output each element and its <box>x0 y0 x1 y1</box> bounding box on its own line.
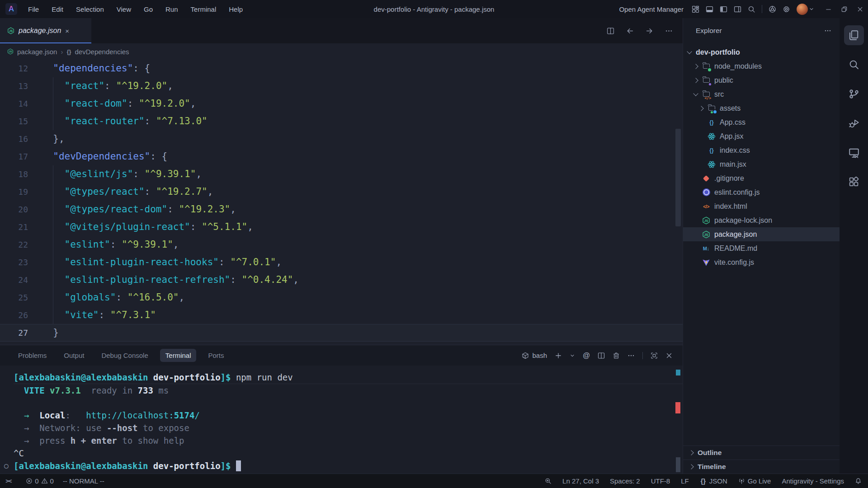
terminal[interactable]: [alexbabaskin@alexbabaskin dev-portfolio… <box>0 366 683 474</box>
menu-file[interactable]: File <box>24 4 43 15</box>
panel-left-icon[interactable] <box>720 5 727 13</box>
tree-item-index-css[interactable]: {}index.css <box>683 143 840 157</box>
maximize-panel-icon[interactable] <box>651 352 658 359</box>
more-icon[interactable] <box>627 352 635 359</box>
terminal-scrollbar-thumb[interactable] <box>676 457 680 472</box>
tree-item-src[interactable]: </>src <box>683 87 840 101</box>
panel-bottom-icon[interactable] <box>706 5 713 13</box>
code-line-24[interactable]: 24 "eslint-plugin-react-refresh": "^0.4.… <box>0 271 683 289</box>
trash-icon[interactable] <box>613 352 620 359</box>
status-spaces-2[interactable]: Spaces: 2 <box>610 477 640 485</box>
code-line-12[interactable]: 12 "dependencies": { <box>0 60 683 77</box>
tree-item-vite-config-js[interactable]: vite.config.js <box>683 255 840 269</box>
close-tab-icon[interactable]: × <box>65 27 69 35</box>
terminal-shell-chip[interactable]: $ bash <box>522 352 547 359</box>
tree-item-root[interactable]: dev-portfolio <box>683 45 840 59</box>
activity-search[interactable] <box>844 55 864 75</box>
menu-view[interactable]: View <box>112 4 136 15</box>
remote-icon <box>849 147 859 158</box>
section-outline[interactable]: Outline <box>683 446 840 460</box>
status-utf-8[interactable]: UTF-8 <box>651 477 670 485</box>
tree-item-app-jsx[interactable]: App.jsx <box>683 129 840 143</box>
panel-tab-output[interactable]: Output <box>58 349 90 362</box>
tree-item--gitignore[interactable]: .gitignore <box>683 171 840 185</box>
split-terminal-icon[interactable] <box>598 352 605 359</box>
menu-terminal[interactable]: Terminal <box>186 4 221 15</box>
breadcrumb-symbol[interactable]: devDependencies <box>75 48 129 56</box>
account-menu[interactable] <box>797 4 814 15</box>
status-ln-27-col-3[interactable]: Ln 27, Col 3 <box>562 477 599 485</box>
activity-files[interactable] <box>844 25 864 45</box>
tree-item-node-modules[interactable]: node_modules <box>683 59 840 73</box>
breadcrumb-file[interactable]: package.json <box>17 48 57 56</box>
code-line-16[interactable]: 16 }, <box>0 130 683 148</box>
code-line-22[interactable]: 22 "eslint": "^9.39.1", <box>0 236 683 253</box>
open-agent-manager-button[interactable]: Open Agent Manager <box>619 5 684 13</box>
more-icon[interactable] <box>665 27 673 35</box>
code-line-26[interactable]: 26 "vite": "^7.3.1" <box>0 306 683 324</box>
code-line-27[interactable]: 27 } <box>0 324 683 342</box>
panel-tab-terminal[interactable]: Terminal <box>160 349 197 362</box>
code-line-14[interactable]: 14 "react-dom": "^19.2.0", <box>0 95 683 113</box>
tab-package-json[interactable]: JS package.json × <box>0 18 91 43</box>
status-zoom-in[interactable] <box>545 478 552 484</box>
activity-extensions[interactable] <box>844 172 864 192</box>
split-editor-icon[interactable] <box>607 27 614 35</box>
tree-item-app-css[interactable]: {}App.css <box>683 115 840 129</box>
tree-item-package-json[interactable]: JSpackage.json <box>683 227 840 241</box>
section-timeline[interactable]: Timeline <box>683 460 840 474</box>
problems-status[interactable]: 0 0 <box>26 477 54 485</box>
tree-item-readme-md[interactable]: M↓README.md <box>683 241 840 255</box>
remote-indicator[interactable]: >< <box>0 474 17 488</box>
activity-scm[interactable] <box>844 84 864 104</box>
layout-grid-icon[interactable] <box>692 5 699 13</box>
tree-item-index-html[interactable]: </>index.html <box>683 199 840 213</box>
search-icon[interactable] <box>748 5 755 13</box>
menu-go[interactable]: Go <box>139 4 157 15</box>
arrow-right-icon[interactable] <box>646 27 653 35</box>
editor-scrollbar[interactable] <box>675 129 681 226</box>
menu-selection[interactable]: Selection <box>71 4 108 15</box>
arrow-left-icon[interactable] <box>626 27 634 35</box>
activity-debug[interactable] <box>844 113 864 133</box>
code-line-15[interactable]: 15 "react-router": "^7.13.0" <box>0 113 683 130</box>
status-json[interactable]: {}JSON <box>700 477 727 485</box>
restore-icon[interactable] <box>841 6 848 13</box>
more-actions-icon[interactable] <box>824 27 831 34</box>
tree-item-eslint-config-js[interactable]: eslint.config.js <box>683 185 840 199</box>
code-line-19[interactable]: 19 "@types/react": "^19.2.7", <box>0 183 683 201</box>
tree-item-package-lock-json[interactable]: JSpackage-lock.json <box>683 213 840 227</box>
close-icon[interactable] <box>857 6 863 13</box>
breadcrumb[interactable]: JS package.json › {} devDependencies <box>0 43 683 60</box>
panel-right-icon[interactable] <box>734 5 741 13</box>
code-line-25[interactable]: 25 "globals": "^16.5.0", <box>0 289 683 306</box>
code-editor[interactable]: 12 "dependencies": {13 "react": "^19.2.0… <box>0 60 683 345</box>
code-line-21[interactable]: 21 "@vitejs/plugin-react": "^5.1.1", <box>0 218 683 236</box>
code-line-13[interactable]: 13 "react": "^19.2.0", <box>0 77 683 95</box>
browser-icon[interactable] <box>769 5 776 13</box>
menu-edit[interactable]: Edit <box>47 4 68 15</box>
menu-run[interactable]: Run <box>161 4 183 15</box>
activity-remote[interactable] <box>844 143 864 163</box>
at-icon[interactable]: @ <box>583 352 590 359</box>
code-line-18[interactable]: 18 "@eslint/js": "^9.39.1", <box>0 165 683 183</box>
close-icon[interactable] <box>665 352 673 359</box>
chevron-down-small-icon[interactable] <box>570 353 575 358</box>
gear-icon[interactable] <box>783 5 790 13</box>
status-bell[interactable] <box>855 478 862 484</box>
status-go-live[interactable]: Go Live <box>738 477 771 485</box>
minimize-icon[interactable] <box>825 6 832 13</box>
code-line-20[interactable]: 20 "@types/react-dom": "^19.2.3", <box>0 201 683 218</box>
tree-item-public[interactable]: public <box>683 73 840 87</box>
code-line-17[interactable]: 17 "devDependencies": { <box>0 148 683 165</box>
tree-item-assets[interactable]: assets <box>683 101 840 115</box>
status-antigravity-settings[interactable]: Antigravity - Settings <box>782 477 844 485</box>
code-line-23[interactable]: 23 "eslint-plugin-react-hooks": "^7.0.1"… <box>0 253 683 271</box>
status-lf[interactable]: LF <box>681 477 689 485</box>
panel-tab-ports[interactable]: Ports <box>203 349 229 362</box>
panel-tab-debug-console[interactable]: Debug Console <box>96 349 153 362</box>
tree-item-main-jsx[interactable]: main.jsx <box>683 157 840 171</box>
panel-tab-problems[interactable]: Problems <box>13 349 52 362</box>
plus-icon[interactable] <box>555 352 562 359</box>
menu-help[interactable]: Help <box>224 4 247 15</box>
